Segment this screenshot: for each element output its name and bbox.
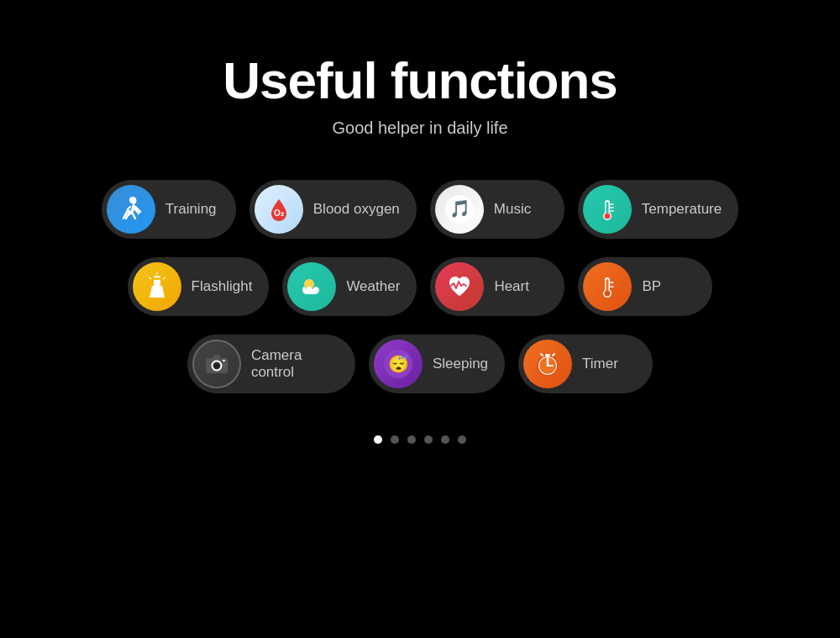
- function-row-3: Camera control 😴 Sleeping: [187, 335, 653, 393]
- function-pill-flashlight[interactable]: Flashlight: [128, 257, 270, 316]
- function-pill-bp[interactable]: BP: [578, 257, 712, 316]
- svg-marker-14: [150, 286, 165, 298]
- function-pill-sleeping[interactable]: 😴 Sleeping: [369, 335, 505, 393]
- svg-rect-13: [154, 276, 160, 286]
- flashlight-icon: [133, 262, 181, 311]
- function-pill-weather[interactable]: Weather: [282, 257, 417, 316]
- timer-icon: [523, 340, 572, 388]
- training-icon: [107, 185, 155, 234]
- bp-label: BP: [642, 278, 661, 295]
- music-label: Music: [494, 201, 531, 218]
- timer-label: Timer: [582, 356, 618, 372]
- music-icon: 🎵: [435, 185, 484, 234]
- function-pill-heart[interactable]: Heart: [430, 257, 564, 316]
- svg-text:🎵: 🎵: [449, 198, 470, 219]
- svg-line-37: [541, 354, 543, 356]
- dot-2[interactable]: [391, 435, 399, 444]
- function-pill-camera[interactable]: Camera control: [187, 335, 355, 393]
- dot-3[interactable]: [407, 435, 416, 444]
- heart-label: Heart: [494, 278, 529, 295]
- blood-oxygen-label: Blood oxygen: [313, 201, 400, 218]
- flashlight-label: Flashlight: [192, 278, 253, 295]
- dot-5[interactable]: [441, 435, 449, 444]
- pagination: [374, 435, 466, 444]
- blood-oxygen-icon: O₂: [255, 185, 303, 234]
- temperature-label: Temperature: [642, 201, 722, 218]
- svg-line-38: [553, 354, 554, 356]
- camera-icon: [192, 340, 241, 388]
- functions-grid: Training O₂ Blood oxygen 🎵 Music: [102, 180, 738, 393]
- function-pill-temperature[interactable]: Temperature: [578, 180, 738, 239]
- function-pill-timer[interactable]: Timer: [518, 335, 653, 393]
- svg-point-2: [130, 198, 136, 204]
- svg-point-9: [604, 214, 610, 219]
- svg-point-28: [214, 363, 219, 368]
- sleeping-icon: 😴: [374, 340, 423, 388]
- weather-label: Weather: [346, 278, 400, 295]
- dot-4[interactable]: [424, 435, 433, 444]
- svg-rect-8: [606, 202, 608, 214]
- function-pill-training[interactable]: Training: [102, 180, 236, 239]
- sub-title: Good helper in daily life: [223, 119, 617, 138]
- weather-icon: [287, 262, 336, 311]
- svg-rect-15: [154, 277, 160, 280]
- bp-icon: [583, 262, 632, 311]
- svg-line-17: [149, 277, 151, 279]
- training-label: Training: [165, 201, 217, 218]
- svg-text:😴: 😴: [387, 354, 408, 374]
- main-title: Useful functions: [223, 50, 617, 110]
- svg-point-23: [605, 291, 611, 297]
- svg-rect-22: [606, 279, 609, 291]
- svg-line-18: [163, 277, 165, 279]
- dot-6[interactable]: [458, 435, 466, 444]
- temperature-icon: [583, 185, 632, 234]
- function-row-1: Training O₂ Blood oxygen 🎵 Music: [102, 180, 738, 239]
- function-pill-music[interactable]: 🎵 Music: [430, 180, 564, 239]
- heart-icon: [435, 262, 484, 311]
- sleeping-label: Sleeping: [433, 356, 488, 372]
- svg-text:O₂: O₂: [274, 208, 284, 218]
- svg-rect-29: [223, 360, 225, 361]
- function-row-2: Flashlight Weather Heart: [128, 257, 713, 316]
- camera-label: Camera control: [251, 347, 302, 382]
- svg-rect-36: [545, 354, 550, 356]
- page-header: Useful functions Good helper in daily li…: [223, 50, 617, 138]
- dot-1[interactable]: [374, 435, 382, 444]
- function-pill-blood-oxygen[interactable]: O₂ Blood oxygen: [249, 180, 417, 239]
